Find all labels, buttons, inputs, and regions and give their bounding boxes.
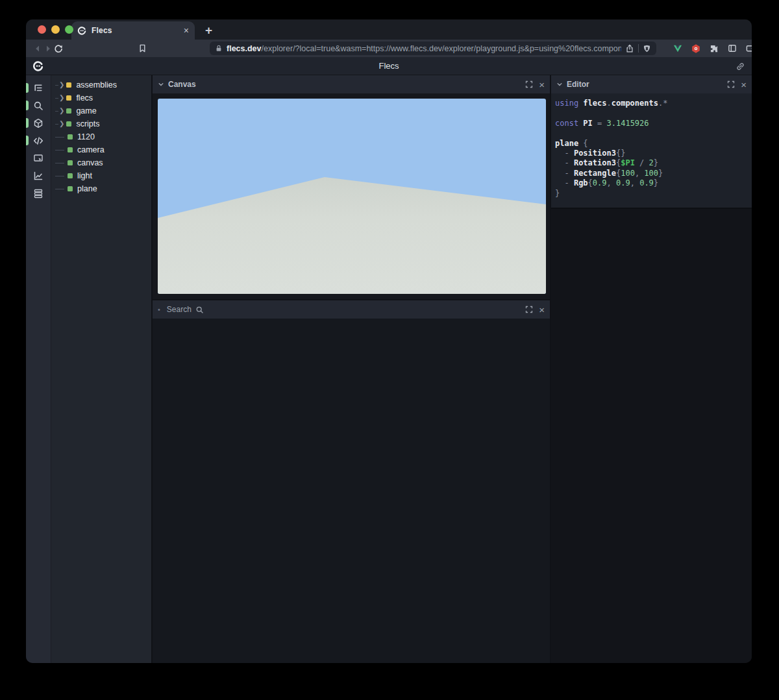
- tree-guide-line: [55, 85, 58, 86]
- vue-devtools-icon[interactable]: [672, 43, 684, 54]
- back-icon[interactable]: [32, 42, 43, 56]
- tree-item-plane[interactable]: plane: [51, 182, 151, 195]
- share-link-icon[interactable]: [736, 62, 745, 71]
- tree-guide-line: [55, 137, 64, 138]
- flecs-favicon-icon: [77, 26, 86, 35]
- code-line: using flecs.components.*: [555, 99, 748, 108]
- tab-title: Flecs: [92, 26, 179, 35]
- fullscreen-icon[interactable]: [525, 306, 533, 313]
- extensions-puzzle-icon[interactable]: [708, 43, 720, 54]
- forward-icon[interactable]: [43, 42, 53, 56]
- chevron-right-icon[interactable]: ❯: [59, 108, 64, 114]
- share-icon[interactable]: [625, 44, 634, 53]
- entity-color-square: [66, 121, 71, 127]
- url-bar[interactable]: flecs.dev/explorer/?local=true&wasm=http…: [210, 42, 656, 55]
- tree-item-flecs[interactable]: ❯flecs: [51, 91, 151, 104]
- icon-rail: [26, 75, 51, 663]
- code-line: - Position3{}: [555, 149, 748, 158]
- close-panel-icon[interactable]: ×: [741, 80, 747, 90]
- editor-column: Editor × using flecs.components.* const …: [550, 75, 752, 663]
- fullscreen-icon[interactable]: [525, 80, 533, 88]
- code-line: - Rgb{0.9, 0.9, 0.9}: [555, 178, 748, 188]
- active-indicator: [26, 118, 29, 128]
- tree-item-game[interactable]: ❯game: [51, 104, 151, 117]
- rail-item-search-icon[interactable]: [26, 97, 51, 114]
- window-controls: [38, 25, 73, 34]
- chevron-down-icon[interactable]: [158, 81, 164, 88]
- entity-color-square: [66, 82, 71, 88]
- browser-toolbar: flecs.dev/explorer/?local=true&wasm=http…: [26, 40, 752, 57]
- tree-guide-line: [55, 176, 64, 176]
- new-tab-button[interactable]: +: [205, 25, 212, 36]
- code-line: - Rectangle{100, 100}: [555, 169, 748, 178]
- tree-item-label: plane: [77, 184, 97, 193]
- main-empty-area: [153, 319, 550, 663]
- close-panel-icon[interactable]: ×: [539, 80, 545, 90]
- tree-guide-line: [55, 124, 58, 125]
- entity-color-square: [66, 108, 71, 114]
- app-content: ❯assemblies❯flecs❯game❯scripts1120camera…: [26, 75, 752, 663]
- code-line: plane {: [555, 139, 748, 149]
- code-line: }: [555, 189, 748, 199]
- search-panel-title: Search: [167, 305, 192, 314]
- close-window-button[interactable]: [38, 25, 46, 34]
- editor-panel-title: Editor: [567, 80, 589, 89]
- rail-item-cube-icon[interactable]: [26, 114, 51, 132]
- tree-item-label: camera: [77, 145, 105, 154]
- chevron-right-icon[interactable]: ❯: [59, 121, 64, 127]
- tree-item-assemblies[interactable]: ❯assemblies: [51, 78, 151, 91]
- entity-color-square: [68, 160, 73, 165]
- active-indicator: [26, 101, 29, 110]
- bullet-icon: •: [158, 306, 160, 313]
- browser-tab[interactable]: Flecs ×: [71, 21, 195, 40]
- rail-item-code-icon[interactable]: [26, 132, 51, 149]
- zoom-window-button[interactable]: [65, 25, 73, 34]
- tree-item-1120[interactable]: 1120: [51, 130, 151, 143]
- tab-close-icon[interactable]: ×: [184, 26, 189, 35]
- entity-color-square: [68, 147, 73, 152]
- entity-color-square: [66, 95, 71, 101]
- reload-icon[interactable]: [53, 42, 64, 56]
- fullscreen-icon[interactable]: [727, 80, 735, 88]
- bookmark-icon[interactable]: [138, 42, 147, 56]
- wallet-icon[interactable]: [745, 43, 752, 54]
- 3d-viewport[interactable]: [158, 99, 546, 294]
- url-bar-separator: [638, 44, 639, 53]
- tree-item-camera[interactable]: camera: [51, 143, 151, 156]
- browser-window: Flecs × + flecs.dev/explorer/?local=true…: [26, 19, 752, 663]
- rail-item-chart-icon[interactable]: [26, 167, 51, 184]
- close-panel-icon[interactable]: ×: [539, 305, 545, 315]
- canvas-body: [153, 93, 550, 299]
- url-text: flecs.dev/explorer/?local=true&wasm=http…: [227, 44, 621, 53]
- extension-hexagon-icon[interactable]: [690, 43, 702, 54]
- rail-item-rows-icon[interactable]: [26, 184, 51, 202]
- tree-guide-line: [55, 111, 58, 112]
- code-editor[interactable]: using flecs.components.* const PI = 3.14…: [551, 93, 752, 208]
- search-panel-header[interactable]: • Search ×: [153, 300, 550, 319]
- chevron-down-icon[interactable]: [556, 81, 563, 88]
- tree-item-canvas[interactable]: canvas: [51, 156, 151, 169]
- tree-guide-line: [55, 189, 64, 189]
- extension-icons: [672, 43, 752, 54]
- url-host: flecs.dev: [227, 44, 262, 53]
- tree-item-scripts[interactable]: ❯scripts: [51, 117, 151, 130]
- chevron-right-icon[interactable]: ❯: [59, 95, 64, 101]
- tree-guide-line: [55, 98, 58, 99]
- active-indicator: [26, 136, 29, 145]
- rail-item-canvas-screen-icon[interactable]: [26, 149, 51, 167]
- rail-item-hierarchy-icon[interactable]: [26, 79, 51, 97]
- tree-guide-line: [55, 163, 64, 163]
- minimize-window-button[interactable]: [51, 25, 60, 34]
- tree-item-label: light: [77, 171, 92, 180]
- chevron-right-icon[interactable]: ❯: [59, 82, 64, 88]
- tree-item-label: game: [76, 106, 96, 115]
- code-line: [555, 128, 748, 138]
- code-line: [555, 108, 748, 118]
- tree-item-label: 1120: [77, 132, 95, 141]
- center-column: Canvas ×: [151, 75, 550, 663]
- tree-item-light[interactable]: light: [51, 169, 151, 182]
- brave-shield-icon[interactable]: [643, 44, 651, 53]
- sidebar-icon[interactable]: [726, 43, 738, 54]
- entity-color-square: [68, 134, 73, 139]
- lock-icon: [215, 44, 223, 53]
